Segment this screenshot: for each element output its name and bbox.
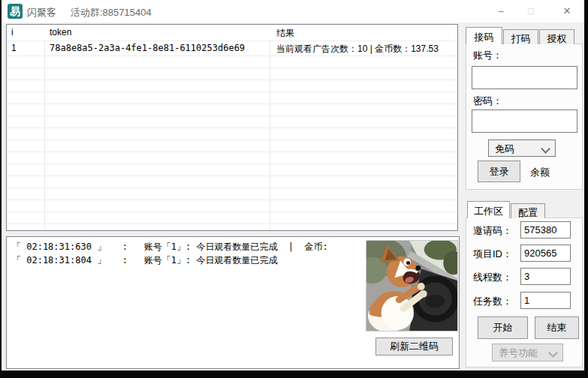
invite-code-label: 邀请码： — [473, 224, 512, 238]
login-button[interactable]: 登录 — [478, 160, 520, 182]
table-row[interactable]: 1 78a8e8a5-2a3a-4fe1-8e81-6110253d6e69 当… — [7, 40, 457, 56]
refresh-qrcode-button[interactable]: 刷新二维码 — [375, 338, 453, 356]
window-subtitle-group-number: 活动群:885715404 — [71, 6, 152, 20]
tab-solve-code[interactable]: 打码 — [503, 29, 538, 44]
maximize-icon: □ — [528, 5, 534, 16]
thread-count-label: 线程数： — [473, 271, 512, 284]
table-header: i token 结果 — [7, 25, 457, 41]
tab-config[interactable]: 配置 — [511, 203, 545, 218]
tab-receive-code[interactable]: 接码 — [466, 27, 502, 44]
close-icon: ✕ — [563, 5, 571, 16]
task-count-input[interactable] — [520, 292, 571, 309]
password-input[interactable] — [472, 110, 577, 133]
username-input[interactable] — [472, 66, 577, 89]
column-header-token[interactable]: token — [44, 25, 270, 40]
cell-index: 1 — [7, 40, 44, 56]
maximize-button[interactable]: □ — [516, 0, 546, 22]
token-table: i token 结果 1 78a8e8a5-2a3a-4fe1-8e81-611… — [6, 24, 458, 231]
tab-workspace[interactable]: 工作区 — [467, 201, 510, 218]
window-title: 闪聚客 — [27, 6, 56, 20]
log-line: 「 02:18:31:804 」 : 账号「1」: 今日观看数量已完成 — [12, 254, 277, 267]
stop-button[interactable]: 结束 — [535, 316, 579, 339]
corgi-driving-image — [366, 240, 458, 332]
start-button[interactable]: 开始 — [478, 316, 528, 339]
column-header-result[interactable]: 结果 — [270, 25, 457, 40]
column-header-i[interactable]: i — [7, 25, 44, 40]
thread-count-input[interactable] — [520, 268, 571, 285]
chevron-down-icon — [548, 348, 558, 358]
minimize-icon: – — [498, 5, 503, 16]
log-line: 「 02:18:31:630 」 : 账号「1」: 今日观看数量已完成 | 金币… — [12, 241, 328, 254]
chevron-down-icon — [541, 144, 550, 154]
code-mode-value: 免码 — [495, 143, 514, 154]
project-id-label: 项目ID： — [473, 248, 512, 261]
balance-label: 余额 — [530, 166, 550, 179]
nurture-mode-select-disabled: 养号功能 — [492, 344, 563, 362]
task-count-label: 任务数： — [473, 295, 512, 308]
invite-code-input[interactable] — [520, 221, 571, 238]
code-mode-select[interactable]: 免码 — [488, 140, 556, 157]
cell-token: 78a8e8a5-2a3a-4fe1-8e81-6110253d6e69 — [44, 40, 270, 56]
table-empty-rows — [7, 56, 457, 230]
close-button[interactable]: ✕ — [552, 0, 582, 22]
cell-result: 当前观看广告次数：10 | 金币数：137.53 — [270, 40, 457, 56]
title-bar: 易 闪聚客 活动群:885715404 – □ ✕ — [2, 0, 584, 22]
minimize-button[interactable]: – — [486, 0, 516, 22]
username-label: 账号： — [473, 49, 502, 62]
project-id-input[interactable] — [520, 244, 571, 262]
nurture-mode-value: 养号功能 — [499, 347, 538, 358]
app-window: 易 闪聚客 活动群:885715404 – □ ✕ i token 结果 1 7… — [2, 0, 584, 370]
tab-authorize[interactable]: 授权 — [539, 29, 574, 44]
app-logo-icon: 易 — [8, 4, 23, 19]
password-label: 密码： — [473, 94, 502, 108]
